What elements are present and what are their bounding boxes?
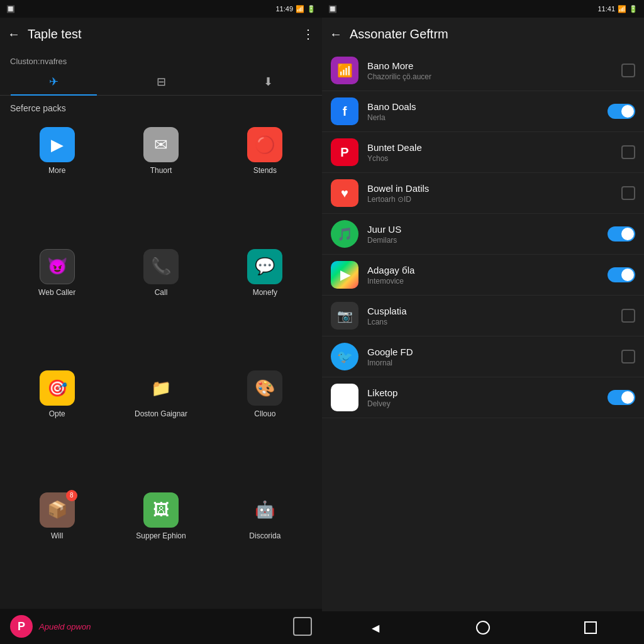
left-status-bar: 🔲 11:49 📶 🔋: [0, 0, 322, 18]
app-icon-image: 📞: [143, 249, 179, 284]
toggle-switch[interactable]: [608, 390, 635, 405]
app-row-info: Juur USDemilars: [367, 224, 599, 245]
checkbox-control[interactable]: [621, 145, 635, 159]
nav-recent[interactable]: [578, 615, 603, 640]
app-icon-image: 💬: [247, 249, 282, 284]
app-row-icon: 📷: [331, 302, 358, 330]
app-row-name: Buntet Deale: [367, 142, 613, 153]
app-row-sub: Demilars: [367, 236, 599, 245]
app-icon-label: Monefy: [253, 288, 277, 297]
app-row-icon: 📶: [331, 57, 358, 84]
icon-item[interactable]: 🤖Discorida: [216, 487, 314, 604]
app-icon-image: 🔴: [247, 127, 282, 162]
app-row: 🍽LiketopDelvey: [322, 377, 644, 418]
app-icon-image: 🖼: [143, 492, 179, 528]
app-row: ♥Bowel in DatilsLertoarh ⊙ID: [322, 173, 644, 214]
icon-item[interactable]: 🔴Stends: [216, 122, 314, 239]
right-back-button[interactable]: ←: [330, 27, 342, 42]
icon-item[interactable]: ▶More: [8, 122, 106, 239]
app-row-name: Google FD: [367, 347, 613, 357]
app-icon-image: 🤖: [247, 492, 282, 528]
icon-grid: ▶More✉Thuort🔴Stends😈Web Caller📞Call💬Mone…: [0, 117, 322, 609]
app-icon-label: Stends: [253, 166, 277, 175]
left-status-icons: 11:49 📶 🔋: [275, 5, 316, 13]
left-toolbar-title: Taple test: [28, 27, 294, 42]
checkbox-control[interactable]: [621, 64, 635, 77]
icon-item[interactable]: 💬Monefy: [216, 244, 314, 361]
left-back-button[interactable]: ←: [8, 27, 20, 42]
right-toolbar: ← Assonater Geftrm: [322, 18, 644, 50]
left-section-label: Cluston:nvafres: [0, 50, 322, 69]
checkbox-control[interactable]: [621, 309, 635, 323]
icon-item[interactable]: 🖼Supper Ephion: [111, 487, 210, 604]
app-icon-image: 📁: [143, 370, 179, 406]
app-list: 📶Bano MoreChazorilic çö.aucerfBano Doals…: [322, 50, 644, 611]
toggle-switch[interactable]: [608, 226, 635, 242]
app-row-sub: Imornal: [367, 358, 613, 367]
icon-item[interactable]: 😈Web Caller: [8, 244, 106, 361]
icon-item[interactable]: 🎨Cllouo: [216, 365, 314, 482]
app-row: PBuntet DealeYchos: [322, 132, 644, 173]
app-row-name: Bano More: [367, 60, 613, 71]
app-row-sub: Nerla: [367, 113, 599, 122]
nav-back[interactable]: ◀: [363, 615, 388, 640]
app-row-name: Juur US: [367, 224, 599, 235]
app-row: 🐦Google FDImornal: [322, 336, 644, 377]
tab-first[interactable]: ✈: [0, 69, 108, 95]
app-row: ▶Adagay бlaIntemovice: [322, 255, 644, 296]
app-icon-label: Supper Ephion: [136, 531, 186, 540]
app-icon-image: 😈: [40, 249, 75, 284]
tab-third[interactable]: ⬇: [214, 69, 322, 95]
left-time: 11:49: [275, 5, 293, 13]
app-row-info: Adagay бlaIntemovice: [367, 265, 599, 286]
app-row-sub: Ychos: [367, 154, 613, 163]
notification-badge: 8: [66, 490, 77, 501]
bottom-text: Apueld opwon: [39, 622, 91, 631]
app-row: 📷CusplatiaLcans: [322, 296, 644, 336]
icon-item[interactable]: 📁Doston Gaignar: [111, 365, 210, 482]
icon-item[interactable]: 📞Call: [111, 244, 210, 361]
right-panel: 🔲 11:41 📶 🔋 ← Assonater Geftrm 📶Bano Mor…: [322, 0, 644, 644]
app-row-info: Bano DoalsNerla: [367, 101, 599, 122]
app-row-info: CusplatiaLcans: [367, 306, 613, 326]
app-row-info: Google FDImornal: [367, 347, 613, 367]
left-status-icon: 🔲: [6, 5, 15, 13]
icon-item[interactable]: 📦8Will: [8, 487, 106, 604]
app-row-icon: 🐦: [331, 343, 358, 370]
checkbox-control[interactable]: [621, 186, 635, 200]
app-row-name: Bowel in Datils: [367, 183, 613, 194]
app-row-icon: 🎵: [331, 220, 358, 248]
app-row-info: Bano MoreChazorilic çö.aucer: [367, 60, 613, 81]
right-time: 11:41: [597, 5, 615, 13]
right-status-icon: 🔲: [328, 5, 337, 13]
svg-point-0: [477, 621, 489, 634]
nav-home[interactable]: [470, 615, 496, 640]
tab-second[interactable]: ⊟: [108, 69, 215, 95]
app-icon-label: Discorida: [249, 531, 280, 540]
app-row-sub: Lcans: [367, 318, 613, 326]
app-row: 🎵Juur USDemilars: [322, 214, 644, 255]
icon-item[interactable]: 🎯Opte: [8, 365, 106, 482]
svg-rect-1: [585, 622, 596, 633]
left-menu-button[interactable]: ⋮: [302, 26, 314, 42]
app-row-name: Liketop: [367, 387, 599, 398]
app-row-icon: ♥: [331, 179, 358, 207]
app-icon-label: Web Caller: [38, 288, 75, 297]
app-row: fBano DoalsNerla: [322, 91, 644, 132]
toggle-switch[interactable]: [608, 104, 635, 119]
nav-bar: ◀: [322, 611, 644, 644]
app-icon-image: ✉: [143, 127, 179, 162]
app-icon-image: 📦8: [40, 492, 75, 528]
app-row-icon: f: [331, 97, 358, 125]
pack-label: Seferce packs: [0, 96, 322, 117]
app-icon-image: 🎯: [40, 370, 75, 406]
toggle-switch[interactable]: [608, 267, 635, 282]
app-icon-image: 🎨: [247, 370, 282, 406]
app-icon-label: More: [48, 166, 65, 175]
bottom-square: [293, 617, 312, 636]
app-row-icon: P: [331, 138, 358, 166]
app-row-name: Bano Doals: [367, 101, 599, 112]
checkbox-control[interactable]: [621, 350, 635, 364]
icon-item[interactable]: ✉Thuort: [111, 122, 210, 239]
app-icon-label: Thuort: [150, 166, 172, 175]
